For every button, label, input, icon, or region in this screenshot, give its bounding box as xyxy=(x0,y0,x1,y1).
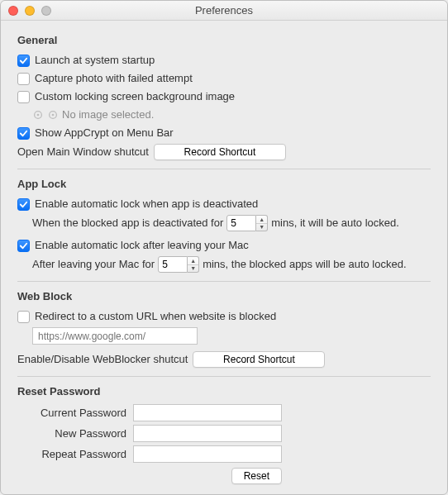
new-password-input[interactable] xyxy=(133,425,282,442)
section-heading-reset: Reset Password xyxy=(17,385,431,397)
divider xyxy=(17,376,431,377)
current-password-label: Current Password xyxy=(17,407,133,419)
capture-label: Capture photo with failed attempt xyxy=(35,71,193,86)
window-title: Preferences xyxy=(1,4,447,17)
leave-checkbox[interactable] xyxy=(17,240,30,252)
repeat-password-label: Repeat Password xyxy=(17,448,133,460)
no-image-label: No image selected. xyxy=(62,107,154,122)
redirect-url-input[interactable] xyxy=(32,327,198,345)
deact-stepper[interactable]: ▲ ▼ xyxy=(256,215,268,231)
preferences-window: Preferences General Launch at system sta… xyxy=(0,0,448,495)
section-heading-general: General xyxy=(17,34,431,46)
redirect-checkbox[interactable] xyxy=(17,311,30,323)
reset-button[interactable]: Reset xyxy=(231,468,282,484)
webblock-shortcut-label: Enable/Disable WebBlocker shutcut xyxy=(17,352,188,367)
svg-point-1 xyxy=(37,114,40,117)
titlebar: Preferences xyxy=(1,1,447,21)
open-main-label: Open Main Window shutcut xyxy=(17,145,149,159)
redirect-label: Redirect to a custom URL when website is… xyxy=(35,309,276,324)
current-password-input[interactable] xyxy=(133,404,282,421)
deact-sub-suffix: mins, it will be auto locked. xyxy=(271,216,399,231)
section-heading-webblock: Web Block xyxy=(17,290,431,302)
content: General Launch at system startup Capture… xyxy=(1,21,447,494)
svg-point-3 xyxy=(52,114,55,117)
custom-lock-label: Custom locking screen background image xyxy=(35,89,235,104)
chevron-down-icon[interactable]: ▼ xyxy=(256,224,267,231)
leave-label: Enable automatic lock after leaving your… xyxy=(35,238,249,253)
record-shortcut-button[interactable]: Record Shortcut xyxy=(154,144,286,160)
launch-label: Launch at system startup xyxy=(35,53,155,68)
divider xyxy=(17,169,431,169)
leave-minutes-input[interactable] xyxy=(158,256,188,273)
capture-checkbox[interactable] xyxy=(17,73,30,85)
launch-checkbox[interactable] xyxy=(17,55,30,67)
leave-sub-prefix: After leaving your Mac for xyxy=(32,257,155,272)
deact-minutes-input[interactable] xyxy=(226,215,256,231)
new-password-label: New Password xyxy=(17,427,133,440)
chevron-up-icon[interactable]: ▲ xyxy=(188,257,198,265)
menubar-checkbox[interactable] xyxy=(17,127,30,140)
menubar-label: Show AppCrypt on Menu Bar xyxy=(35,126,174,140)
deact-sub-prefix: When the blocked app is deactivated for xyxy=(32,216,223,231)
repeat-password-input[interactable] xyxy=(133,445,282,463)
divider xyxy=(17,281,431,282)
section-heading-applock: App Lock xyxy=(17,178,431,190)
leave-stepper[interactable]: ▲ ▼ xyxy=(188,256,199,273)
chevron-up-icon[interactable]: ▲ xyxy=(256,216,267,224)
webblock-record-shortcut-button[interactable]: Record Shortcut xyxy=(193,351,325,368)
leave-sub-suffix: mins, the blocked apps will be auto lock… xyxy=(203,257,406,272)
custom-lock-checkbox[interactable] xyxy=(17,91,30,103)
gear-icon xyxy=(32,109,44,121)
chevron-down-icon[interactable]: ▼ xyxy=(188,265,198,273)
gear-icon-2 xyxy=(47,109,59,121)
deact-label: Enable automatic lock when app is deacti… xyxy=(35,197,258,212)
deact-checkbox[interactable] xyxy=(17,198,30,211)
